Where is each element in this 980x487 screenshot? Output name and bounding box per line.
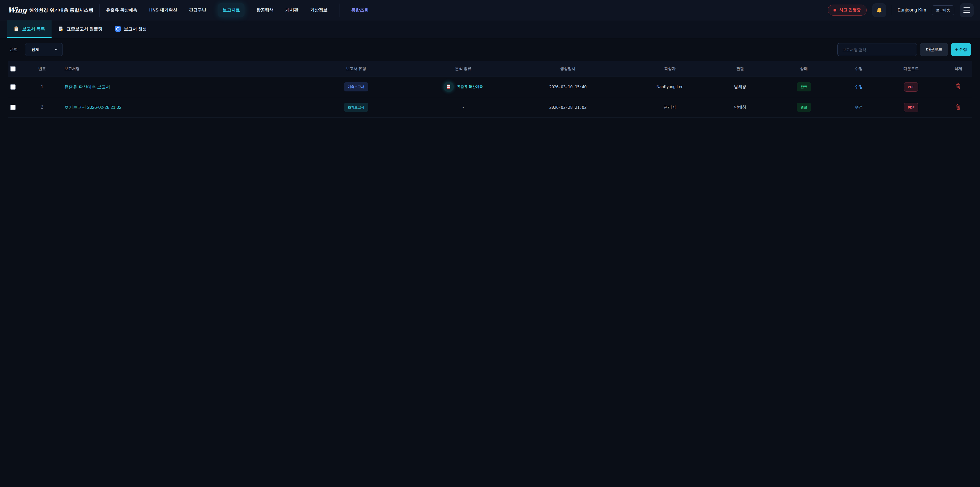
created-at: 2026-02-28 21:02: [508, 97, 628, 118]
incident-badge-label: 사고 진행중: [839, 7, 861, 13]
nav-item-oil-spill-prediction[interactable]: 유출유 확산예측: [106, 7, 138, 13]
column-header-analysis-type: 분석 종류: [418, 61, 508, 77]
nav-item-board[interactable]: 게시판: [285, 7, 298, 13]
clipboard-icon: [14, 26, 19, 32]
notification-button[interactable]: [872, 3, 886, 17]
topbar-divider: [892, 5, 892, 15]
nav-item-emergency-rescue[interactable]: 긴급구난: [189, 7, 206, 13]
column-header-status: 상태: [768, 61, 840, 77]
report-search-input[interactable]: [837, 43, 917, 56]
edit-link[interactable]: 수정: [855, 85, 863, 89]
table-row: 1 유출유 확산예측 보고서 예측보고서 유출유 확산예측 20: [8, 77, 972, 97]
user-name: Eunjeong Kim: [897, 7, 926, 13]
tab-label: 보고서 목록: [22, 26, 45, 32]
status-badge: 완료: [797, 82, 811, 91]
row-number: 2: [23, 97, 61, 118]
jurisdiction-select[interactable]: 전체: [25, 43, 63, 56]
report-name-link[interactable]: 유출유 확산예측 보고서: [64, 85, 110, 89]
pdf-download-button[interactable]: PDF: [904, 103, 918, 112]
hamburger-icon: [963, 7, 970, 13]
jurisdiction-selected-value: 전체: [32, 47, 40, 52]
wing-logo: Wing: [8, 6, 27, 14]
column-header-delete: 삭제: [944, 61, 972, 77]
analysis-type: -: [418, 97, 508, 118]
app-title: 해양환경 위기대응 통합시스템: [29, 7, 94, 13]
download-button[interactable]: 다운로드: [920, 43, 948, 56]
nav-item-reports[interactable]: 보고자료: [218, 3, 245, 17]
created-at: 2026-03-10 15:40: [508, 77, 628, 97]
toolbar-right-cluster: 다운로드 + 수정: [837, 43, 971, 56]
menu-button[interactable]: [960, 3, 974, 17]
tab-standard-report-template[interactable]: 표준보고서 템플릿: [52, 21, 109, 38]
analysis-type: 유출유 확산예측: [444, 82, 483, 92]
table-header-row: 번호 보고서명 보고서 유형 분석 종류 생성일시 작성자 관할 상태 수정 다…: [8, 61, 972, 77]
status-badge: 완료: [797, 103, 811, 112]
table-row: 2 초기보고서 2026-02-28 21:02 초기보고서 - 2026-02…: [8, 97, 972, 118]
column-header-edit: 수정: [840, 61, 878, 77]
report-table: 번호 보고서명 보고서 유형 분석 종류 생성일시 작성자 관할 상태 수정 다…: [8, 61, 972, 118]
report-type-badge: 초기보고서: [344, 103, 368, 112]
edit-link[interactable]: 수정: [855, 105, 863, 109]
nav-item-hns-air-dispersion[interactable]: HNS·대기확산: [149, 7, 177, 13]
delete-button[interactable]: [955, 104, 961, 110]
analysis-type-label: 유출유 확산예측: [457, 85, 483, 89]
column-header-jurisdiction: 관할: [712, 61, 768, 77]
brand: Wing 해양환경 위기대응 통합시스템: [8, 6, 94, 14]
refresh-icon: [115, 26, 121, 32]
filter-toolbar: 관할 전체 다운로드 + 수정: [10, 43, 971, 56]
row-number: 1: [23, 77, 61, 97]
main-nav: 유출유 확산예측 HNS·대기확산 긴급구난 보고자료 항공탐색 게시판 기상정…: [106, 3, 369, 17]
column-header-report-type: 보고서 유형: [293, 61, 418, 77]
tab-label: 표준보고서 템플릿: [67, 26, 103, 32]
column-header-report-name: 보고서명: [61, 61, 293, 77]
logout-button[interactable]: 로그아웃: [932, 5, 954, 15]
top-navigation-bar: Wing 해양환경 위기대응 통합시스템 유출유 확산예측 HNS·대기확산 긴…: [0, 0, 980, 21]
row-checkbox[interactable]: [10, 105, 16, 110]
incident-dot-icon: [834, 9, 836, 11]
author: NanKyung Lee: [628, 77, 712, 97]
tab-label: 보고서 생성: [124, 26, 147, 32]
row-checkbox[interactable]: [10, 84, 16, 89]
jurisdiction-filter-label: 관할: [10, 47, 18, 52]
memo-pencil-icon: [58, 26, 64, 32]
jurisdiction: 남해청: [712, 77, 768, 97]
column-header-author: 작성자: [628, 61, 712, 77]
delete-button[interactable]: [955, 83, 961, 89]
report-name-link[interactable]: 초기보고서 2026-02-28 21:02: [64, 105, 121, 110]
tab-report-create[interactable]: 보고서 생성: [109, 21, 153, 38]
incident-in-progress-badge[interactable]: 사고 진행중: [828, 5, 866, 16]
nav-item-weather-info[interactable]: 기상정보: [310, 7, 328, 13]
tab-report-list[interactable]: 보고서 목록: [7, 21, 52, 38]
chevron-down-icon: [54, 47, 59, 52]
column-header-created-at: 생성일시: [508, 61, 628, 77]
select-all-checkbox[interactable]: [10, 66, 16, 72]
report-tabs: 보고서 목록 표준보고서 템플릿 보고서 생성: [0, 21, 980, 38]
column-header-no: 번호: [23, 61, 61, 77]
nav-item-integrated-search[interactable]: 통합조회: [351, 7, 369, 13]
pdf-download-button[interactable]: PDF: [904, 82, 918, 92]
add-edit-button[interactable]: + 수정: [951, 43, 971, 56]
report-type-badge: 예측보고서: [344, 82, 368, 91]
column-header-download: 다운로드: [878, 61, 944, 77]
bell-icon: [876, 7, 883, 14]
topbar-right-cluster: 사고 진행중 Eunjeong Kim 로그아웃: [828, 3, 974, 17]
oil-drum-icon: [444, 82, 454, 92]
nav-item-aerial-search[interactable]: 항공탐색: [256, 7, 274, 13]
author: 관리자: [628, 97, 712, 118]
jurisdiction: 남해청: [712, 97, 768, 118]
